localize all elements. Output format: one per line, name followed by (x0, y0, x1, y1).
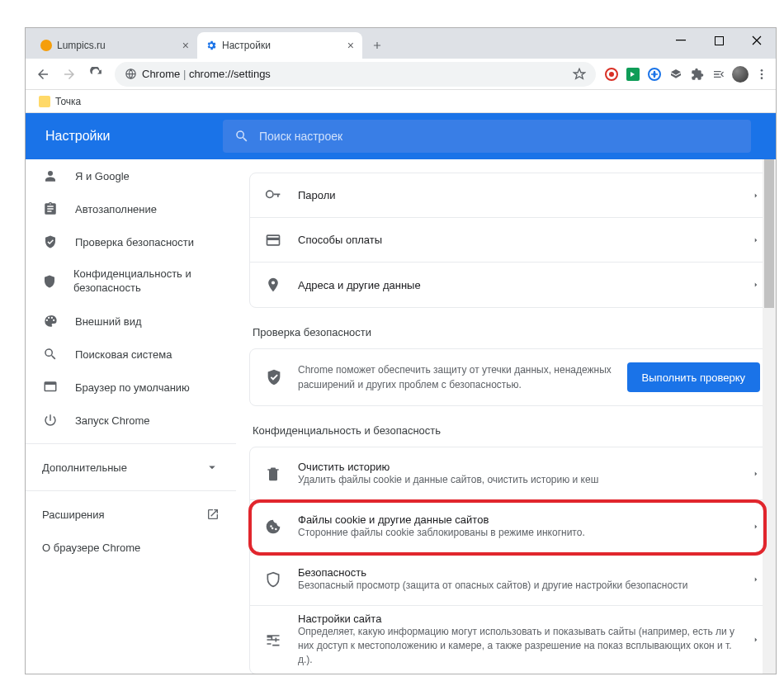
extensions-button[interactable] (688, 65, 706, 83)
sidebar-item-label: Расширения (42, 509, 105, 521)
row-site-settings[interactable]: Настройки сайтаОпределяет, какую информа… (250, 606, 775, 674)
credit-card-icon (265, 232, 281, 248)
sidebar-item-safety-check[interactable]: Проверка безопасности (26, 225, 236, 258)
svg-point-8 (761, 73, 763, 75)
row-desc: Определяет, какую информацию могут испол… (298, 625, 735, 666)
sidebar-item-label: Браузер по умолчанию (75, 381, 190, 394)
sidebar-item-label: Запуск Chrome (75, 414, 150, 427)
extension-icon[interactable] (645, 65, 664, 83)
tune-icon (265, 632, 281, 648)
search-input[interactable] (259, 130, 739, 143)
row-title: Адреса и другие данные (298, 279, 735, 291)
run-safety-check-button[interactable]: Выполнить проверку (627, 362, 760, 392)
scrollbar-thumb[interactable] (764, 159, 774, 308)
row-desc: Удалить файлы cookie и данные сайтов, оч… (298, 473, 735, 487)
key-icon (265, 187, 281, 204)
autofill-card: Пароли Способы оплаты Адреса и другие да… (249, 173, 776, 308)
tab-title: Настройки (222, 40, 271, 51)
favicon-icon (205, 40, 217, 51)
address-bar[interactable]: Chrome | chrome://settings (115, 62, 596, 87)
power-icon (42, 413, 59, 428)
reload-button[interactable] (83, 62, 108, 87)
sidebar-item-on-startup[interactable]: Запуск Chrome (26, 404, 236, 437)
sidebar-item-label: Я и Google (75, 170, 130, 182)
row-payments[interactable]: Способы оплаты (250, 218, 775, 263)
extension-icon[interactable] (667, 65, 685, 83)
shield-check-icon (42, 234, 59, 249)
close-button[interactable] (738, 28, 776, 53)
sidebar-item-label: О браузере Chrome (42, 542, 140, 554)
folder-icon (39, 96, 50, 107)
divider (26, 490, 236, 491)
settings-main: Пароли Способы оплаты Адреса и другие да… (236, 113, 776, 674)
sidebar-item-label: Проверка безопасности (75, 236, 194, 248)
sidebar-item-extensions[interactable]: Расширения (26, 498, 236, 531)
sidebar-item-search-engine[interactable]: Поисковая система (26, 338, 236, 371)
row-title: Очистить историю (298, 461, 735, 473)
bookmark-star-icon[interactable] (573, 68, 586, 81)
chevron-right-icon (752, 574, 760, 585)
chevron-right-icon (752, 279, 760, 291)
svg-rect-1 (715, 36, 723, 45)
row-title: Безопасность (298, 566, 735, 579)
sidebar-item-privacy[interactable]: Конфиденциальность и безопасность (26, 258, 236, 305)
menu-button[interactable] (753, 65, 771, 83)
reading-list-icon[interactable] (710, 65, 728, 83)
sidebar-item-default-browser[interactable]: Браузер по умолчанию (26, 371, 236, 404)
section-title-privacy: Конфиденциальность и безопасность (253, 424, 776, 437)
close-icon[interactable]: × (182, 39, 189, 52)
svg-point-4 (609, 72, 614, 77)
tab-lumpics[interactable]: Lumpics.ru × (32, 32, 197, 59)
chevron-right-icon (752, 468, 760, 480)
row-title: Файлы cookie и другие данные сайтов (298, 513, 735, 526)
palette-icon (42, 314, 59, 329)
settings-sidebar: Я и Google Автозаполнение Проверка безоп… (26, 113, 236, 674)
svg-rect-11 (45, 382, 56, 385)
browser-toolbar: Chrome | chrome://settings (26, 59, 776, 90)
svg-point-9 (761, 77, 763, 79)
bookmarks-bar: Точка (26, 90, 776, 113)
scrollbar[interactable] (763, 159, 776, 674)
close-icon[interactable]: × (347, 39, 354, 52)
settings-app: Настройки Я и Google Автозаполнение Пров… (26, 113, 776, 674)
extension-icon[interactable] (602, 65, 621, 83)
sidebar-advanced-toggle[interactable]: Дополнительные (26, 451, 236, 484)
forward-button[interactable] (57, 62, 82, 87)
settings-search-box[interactable] (223, 120, 751, 153)
divider (26, 443, 236, 444)
extensions-area (602, 65, 771, 83)
privacy-card: Очистить историюУдалить файлы cookie и д… (249, 447, 776, 674)
extension-icon[interactable] (624, 65, 642, 83)
sidebar-item-you-and-google[interactable]: Я и Google (26, 159, 236, 192)
row-security[interactable]: БезопасностьБезопасный просмотр (защита … (250, 553, 775, 606)
profile-avatar[interactable] (731, 65, 749, 83)
open-external-icon (206, 508, 220, 521)
sidebar-item-appearance[interactable]: Внешний вид (26, 305, 236, 338)
window-controls (662, 28, 776, 53)
minimize-button[interactable] (662, 28, 700, 53)
row-desc: Безопасный просмотр (защита от опасных с… (298, 579, 735, 593)
maximize-button[interactable] (700, 28, 738, 53)
chevron-right-icon (752, 234, 760, 246)
row-cookies[interactable]: Файлы cookie и другие данные сайтовСторо… (250, 500, 775, 553)
safety-check-card: Chrome поможет обеспечить защиту от утеч… (249, 348, 776, 406)
row-addresses[interactable]: Адреса и другие данные (250, 263, 775, 307)
bookmark-item[interactable]: Точка (55, 96, 81, 107)
shield-icon (42, 274, 57, 289)
site-info-icon (125, 68, 137, 80)
svg-point-7 (761, 69, 763, 72)
tab-settings[interactable]: Настройки × (197, 32, 362, 59)
person-icon (42, 168, 59, 183)
cookie-icon (265, 518, 281, 535)
row-passwords[interactable]: Пароли (250, 173, 775, 218)
new-tab-button[interactable] (366, 34, 389, 57)
back-button[interactable] (31, 62, 55, 87)
trash-icon (265, 466, 281, 482)
sidebar-item-autofill[interactable]: Автозаполнение (26, 192, 236, 225)
search-icon (42, 347, 59, 362)
sidebar-item-about[interactable]: О браузере Chrome (26, 531, 236, 564)
sidebar-item-label: Конфиденциальность и безопасность (73, 267, 220, 296)
chevron-down-icon (205, 460, 220, 475)
row-clear-history[interactable]: Очистить историюУдалить файлы cookie и д… (250, 447, 775, 500)
row-title: Настройки сайта (298, 613, 735, 625)
